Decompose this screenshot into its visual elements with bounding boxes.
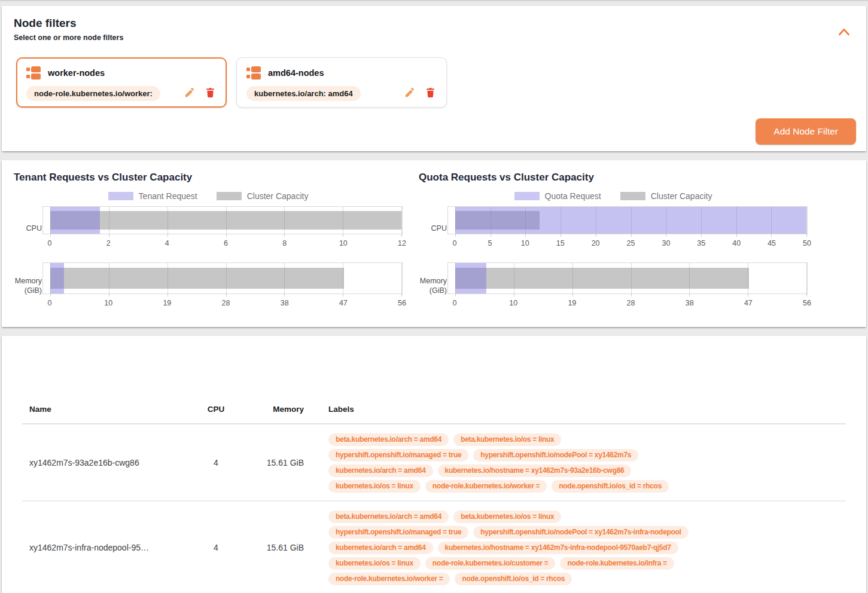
node-label-chip: beta.kubernetes.io/arch = amd64 [328,511,449,523]
add-node-filter-button[interactable]: Add Node Filter [756,118,856,145]
node-label-chip: node-role.kubernetes.io/worker = [425,480,547,493]
chart-row-memory: Memory(GiB)0101928384756 [14,262,403,311]
chart-plot-column: 024681012 [42,206,403,251]
filter-card-list: worker-nodes node-role.kubernetes.io/wor… [16,57,854,108]
node-label-chip: node-role.kubernetes.io/worker = [328,573,450,585]
chart-row-label-text: Memory(GiB) [15,276,42,295]
node-label-chip: kubernetes.io/hostname = xy1462m7s-infra… [438,542,678,554]
node-label-chip: hypershift.openshift.io/nodePool = xy146… [473,526,688,539]
axis-tick-label: 10 [339,239,348,247]
labels-chip-list: beta.kubernetes.io/arch = amd64beta.kube… [328,433,696,493]
axis-tick-label: 0 [48,239,52,247]
legend-item: Tenant Request [108,191,197,201]
node-group-icon [26,66,41,80]
chart-row-label-text: Memory(GiB) [420,276,447,295]
axis-tick-label: 4 [165,239,169,247]
legend-swatch [514,192,540,200]
axis-tick-label: 25 [627,239,635,247]
axis-tick-label: 56 [803,299,811,307]
axis-tick-label: 28 [222,299,230,307]
collapse-panel-button[interactable] [838,27,850,37]
node-label-chip: hypershift.openshift.io/managed = true [328,449,468,461]
axis-tick-label: 5 [488,239,492,247]
request-bar [455,263,486,294]
axis-tick-label: 40 [732,239,741,247]
legend-swatch [217,192,242,200]
node-memory-cell: 15.61 GiB [252,424,324,500]
chart-plot-column: 05101520253035404550 [447,206,808,251]
request-bar [50,263,64,294]
chart-row-label: Memory(GiB) [14,262,42,311]
axis-tick-label: 45 [768,239,776,247]
node-label-chip: hypershift.openshift.io/managed = true [328,526,468,539]
delete-filter-button[interactable] [203,87,217,100]
chart-row-cpu: CPU05101520253035404550 [419,206,808,251]
capacity-bar [455,268,749,289]
chevron-up-icon [838,29,850,38]
node-labels-cell: beta.kubernetes.io/arch = amd64beta.kube… [324,502,846,593]
filter-name: worker-nodes [48,68,105,78]
chart-title: Quota Requests vs Cluster Capacity [419,171,808,184]
chart-row-label: CPU [14,206,42,251]
delete-filter-button[interactable] [424,87,437,100]
filter-card-amd64-nodes[interactable]: amd64-nodes kubernetes.io/arch: amd64 [236,57,447,108]
axis-tick-label: 47 [744,299,753,307]
node-label-chip: kubernetes.io/arch = amd64 [328,542,433,554]
filter-card-worker-nodes[interactable]: worker-nodes node-role.kubernetes.io/wor… [16,57,227,108]
axis-tick-label: 35 [697,239,705,247]
chart-legend: Tenant RequestCluster Capacity [14,191,403,200]
axis-tick-label: 0 [453,239,457,247]
node-label-chip: hypershift.openshift.io/nodePool = xy146… [473,449,638,461]
chart-axis: 0101928384756 [447,294,808,311]
chart-gridline [806,263,807,294]
axis-tick-label: 2 [106,239,111,247]
trash-icon [205,91,216,100]
pencil-icon [404,91,416,100]
chart-plot-column: 0101928384756 [447,262,808,311]
legend-label: Quota Request [545,191,601,201]
page: { "colors": { "accent_orange": "#ec7a3c"… [0,0,868,593]
chart-row-label-text: CPU [26,224,42,233]
chart-plot-area [42,206,403,234]
axis-tick-label: 38 [281,299,289,307]
filter-selector-chip: kubernetes.io/arch: amd64 [246,86,361,101]
chart-plot-area [42,262,403,294]
node-memory-cell: 15.61 GiB [252,502,324,593]
chart-axis: 05101520253035404550 [447,234,808,251]
filter-name: amd64-nodes [268,68,324,78]
chart-plot-area [447,262,808,294]
chart-row-label: CPU [419,206,447,251]
node-label-chip: beta.kubernetes.io/arch = amd64 [328,433,449,446]
node-label-chip: kubernetes.io/os = linux [328,557,421,570]
filter-selector-chip: node-role.kubernetes.io/worker: [26,86,160,101]
axis-tick-label: 0 [453,299,457,307]
axis-tick-label: 10 [104,299,112,307]
axis-tick-label: 38 [686,299,694,307]
nodes-table-panel: Name CPU Memory Labels xy1462m7s-93a2e16… [2,336,866,593]
node-labels-cell: beta.kubernetes.io/arch = amd64beta.kube… [324,424,846,500]
axis-tick-label: 19 [568,299,576,307]
chart-plot-area [447,206,808,234]
chart-legend: Quota RequestCluster Capacity [419,191,808,200]
edit-filter-button[interactable] [183,87,196,100]
edit-filter-button[interactable] [403,87,416,100]
legend-label: Cluster Capacity [247,191,309,201]
node-name-cell: xy1462m7s-infra-nodepool-95… [22,502,180,593]
node-label-chip: beta.kubernetes.io/os = linux [453,511,561,523]
axis-tick-label: 19 [163,299,171,307]
table-row: xy1462m7s-infra-nodepool-95…415.61 GiBbe… [22,500,846,593]
node-name-cell: xy1462m7s-93a2e16b-cwg86 [22,424,180,500]
axis-tick-label: 28 [627,299,635,307]
node-cpu-cell: 4 [180,424,252,500]
chart-gridline [401,263,402,294]
labels-chip-list: beta.kubernetes.io/arch = amd64beta.kube… [328,511,696,585]
pencil-icon [184,91,196,100]
request-bar [455,207,806,234]
axis-tick-label: 50 [803,239,811,247]
node-label-chip: kubernetes.io/os = linux [328,480,421,493]
chart-axis: 024681012 [42,234,403,251]
axis-tick-label: 20 [592,239,600,247]
column-header-cpu: CPU [180,405,252,414]
chart-row-label: Memory(GiB) [419,262,447,311]
trash-icon [425,91,436,100]
